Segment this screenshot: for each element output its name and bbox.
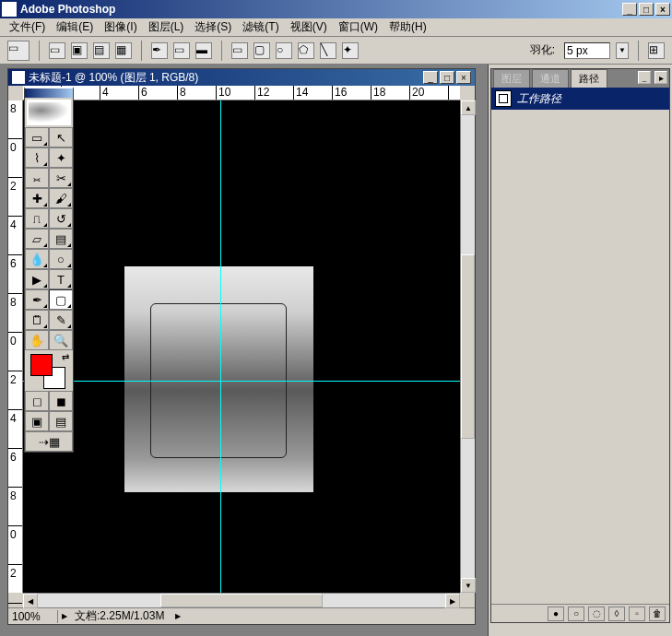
selection-to-path-icon[interactable]: ◊ bbox=[608, 607, 625, 621]
options-dropdown-icon[interactable]: ▼ bbox=[616, 42, 629, 59]
hand-tool[interactable]: ✋ bbox=[25, 330, 49, 350]
tab-channels[interactable]: 通道 bbox=[532, 69, 569, 88]
document-titlebar[interactable]: 未标题-1 @ 100% (图层 1, RGB/8) _ □ × bbox=[8, 69, 475, 86]
tool-preset-picker[interactable]: ▭ bbox=[7, 41, 29, 61]
maximize-button[interactable]: □ bbox=[639, 3, 654, 16]
blur-tool[interactable]: 💧 bbox=[25, 249, 49, 269]
feather-input[interactable] bbox=[564, 42, 610, 59]
document-info: 文档:2.25M/1.03M bbox=[67, 608, 171, 624]
toolbox-grip[interactable] bbox=[25, 88, 73, 98]
dodge-tool[interactable]: ○ bbox=[49, 249, 73, 269]
marquee-tool[interactable]: ▭ bbox=[25, 127, 49, 147]
lasso-tool[interactable]: ⌇ bbox=[25, 147, 49, 168]
palette-well-icon[interactable]: ⊞ bbox=[648, 42, 665, 59]
magic-wand-tool[interactable]: ✦ bbox=[49, 147, 73, 168]
screen-standard-icon[interactable]: ▣ bbox=[25, 411, 49, 431]
zoom-tool[interactable]: 🔍 bbox=[49, 330, 73, 350]
gradient-tool[interactable]: ▤ bbox=[49, 229, 73, 249]
zoom-field[interactable]: 100% bbox=[8, 610, 58, 623]
panel-tabs: 图层 通道 路径 _ ▸ bbox=[491, 69, 669, 88]
history-brush-tool[interactable]: ↺ bbox=[49, 208, 73, 229]
fill-path-icon[interactable]: ● bbox=[548, 607, 564, 621]
tab-layers[interactable]: 图层 bbox=[493, 69, 530, 88]
scroll-up-icon[interactable]: ▲ bbox=[461, 100, 476, 115]
polygon-shape-icon[interactable]: ⬠ bbox=[298, 42, 314, 59]
eraser-tool[interactable]: ▱ bbox=[25, 229, 49, 249]
doc-close-button[interactable]: × bbox=[456, 71, 471, 84]
close-button[interactable]: × bbox=[655, 3, 670, 16]
menu-help[interactable]: 帮助(H) bbox=[383, 18, 432, 37]
canvas[interactable] bbox=[23, 100, 460, 593]
standard-mode-icon[interactable]: ◻ bbox=[25, 391, 49, 411]
separator bbox=[39, 41, 40, 61]
menu-filter[interactable]: 滤镜(T) bbox=[237, 18, 284, 37]
new-path-icon[interactable]: ▫ bbox=[629, 607, 645, 621]
quickmask-mode-icon[interactable]: ◼ bbox=[49, 391, 73, 411]
scroll-right-icon[interactable]: ▶ bbox=[445, 594, 460, 608]
toolbox[interactable]: ▭ ↖ ⌇ ✦ ⟗ ✂ ✚ 🖌 ⎍ ↺ ▱ ▤ 💧 ○ ▶ T ✒ ▢ 🗒 ✎ bbox=[24, 87, 74, 453]
selection-new-icon[interactable]: ▭ bbox=[49, 42, 65, 59]
guide-vertical[interactable] bbox=[220, 100, 221, 593]
stroke-path-icon[interactable]: ○ bbox=[568, 607, 584, 621]
jump-to-imageready-icon[interactable]: ⇢▦ bbox=[25, 431, 73, 452]
rounded-rect-shape-icon[interactable]: ▢ bbox=[253, 42, 270, 59]
ellipse-shape-icon[interactable]: ○ bbox=[276, 42, 292, 59]
custom-shape-icon[interactable]: ✦ bbox=[342, 42, 359, 59]
doc-maximize-button[interactable]: □ bbox=[440, 71, 454, 84]
panel-footer: ● ○ ◌ ◊ ▫ 🗑 bbox=[491, 604, 669, 622]
doc-minimize-button[interactable]: _ bbox=[423, 71, 438, 84]
panel-menu-icon[interactable]: ▸ bbox=[654, 71, 667, 84]
menu-view[interactable]: 视图(V) bbox=[285, 18, 333, 37]
selection-add-icon[interactable]: ▣ bbox=[71, 42, 88, 59]
scrollbar-vertical[interactable]: ▲ ▼ bbox=[460, 100, 475, 593]
menu-window[interactable]: 窗口(W) bbox=[333, 18, 383, 37]
status-arrow-icon[interactable]: ▶ bbox=[175, 612, 181, 620]
eyedropper-tool[interactable]: ✎ bbox=[49, 310, 73, 330]
paths-icon[interactable]: ▭ bbox=[173, 42, 190, 59]
selection-subtract-icon[interactable]: ▤ bbox=[93, 42, 110, 59]
ruler-horizontal[interactable]: 0246810121416182022 bbox=[23, 86, 460, 100]
notes-tool[interactable]: 🗒 bbox=[25, 310, 49, 330]
rect-shape-icon[interactable]: ▭ bbox=[231, 42, 248, 59]
panel-collapse-button[interactable]: _ bbox=[638, 71, 651, 84]
menu-file[interactable]: 文件(F) bbox=[4, 18, 51, 37]
type-tool[interactable]: T bbox=[49, 269, 73, 289]
panel-dock: 图层 通道 路径 _ ▸ 工作路径 ● ○ ◌ ◊ ▫ 🗑 bbox=[488, 65, 672, 636]
menu-select[interactable]: 选择(S) bbox=[189, 18, 237, 37]
line-shape-icon[interactable]: ╲ bbox=[320, 42, 336, 59]
path-to-selection-icon[interactable]: ◌ bbox=[588, 607, 605, 621]
pen-tool[interactable]: ✒ bbox=[25, 289, 49, 310]
path-selection-tool[interactable]: ▶ bbox=[25, 269, 49, 289]
path-thumbnail-icon bbox=[495, 90, 512, 107]
healing-brush-tool[interactable]: ✚ bbox=[25, 188, 49, 208]
ruler-vertical[interactable]: 8024680246802 bbox=[8, 100, 23, 593]
scroll-left-icon[interactable]: ◀ bbox=[23, 594, 38, 608]
separator bbox=[221, 41, 222, 61]
tab-paths[interactable]: 路径 bbox=[571, 69, 607, 88]
foreground-color[interactable] bbox=[30, 354, 53, 376]
brush-tool[interactable]: 🖌 bbox=[49, 188, 73, 208]
rectangle-tool[interactable]: ▢ bbox=[49, 289, 73, 310]
minimize-button[interactable]: _ bbox=[622, 3, 637, 16]
scrollbar-horizontal[interactable]: ◀ ▶ bbox=[23, 593, 460, 607]
guide-horizontal[interactable] bbox=[23, 381, 460, 382]
menu-layer[interactable]: 图层(L) bbox=[143, 18, 190, 37]
swap-colors-icon[interactable]: ⇄ bbox=[62, 352, 69, 362]
screen-full-menubar-icon[interactable]: ▤ bbox=[49, 411, 73, 431]
slice-tool[interactable]: ✂ bbox=[49, 168, 73, 188]
path-item[interactable]: 工作路径 bbox=[491, 88, 669, 110]
fill-pixels-icon[interactable]: ▬ bbox=[195, 42, 212, 59]
crop-tool[interactable]: ⟗ bbox=[25, 168, 49, 188]
menu-edit[interactable]: 编辑(E) bbox=[51, 18, 99, 37]
menu-image[interactable]: 图像(I) bbox=[99, 18, 142, 37]
scroll-down-icon[interactable]: ▼ bbox=[461, 578, 476, 593]
color-swatches: ⇄ bbox=[25, 350, 73, 391]
photoshop-logo-icon bbox=[27, 100, 71, 125]
workspace: 未标题-1 @ 100% (图层 1, RGB/8) _ □ × 0246810… bbox=[0, 65, 488, 636]
shape-layers-icon[interactable]: ✒ bbox=[151, 42, 168, 59]
selection-intersect-icon[interactable]: ▦ bbox=[115, 42, 132, 59]
document-icon bbox=[12, 71, 25, 84]
clone-stamp-tool[interactable]: ⎍ bbox=[25, 208, 49, 229]
delete-path-icon[interactable]: 🗑 bbox=[649, 607, 666, 621]
move-tool[interactable]: ↖ bbox=[49, 127, 73, 147]
